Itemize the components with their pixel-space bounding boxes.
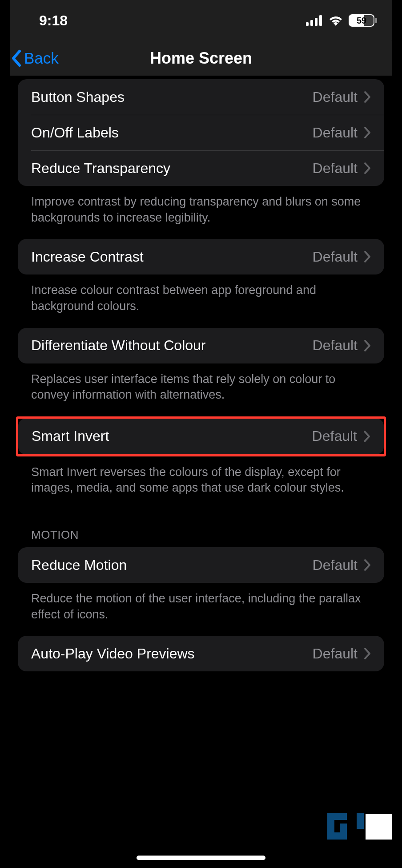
status-bar: 9:18 (10, 0, 392, 41)
settings-group-display: Button Shapes Default On/Off Labels Defa… (18, 79, 384, 186)
row-value: Default (313, 89, 358, 105)
group-footer: Improve contrast by reducing transparenc… (18, 186, 384, 239)
svg-rect-1 (310, 20, 313, 26)
row-value: Default (313, 646, 358, 662)
nav-bar: Back Home Screen (10, 41, 392, 76)
back-button[interactable]: Back (10, 41, 59, 76)
wifi-icon (328, 15, 343, 26)
group-footer: Replaces user interface items that rely … (18, 363, 384, 416)
chevron-right-icon (364, 126, 371, 139)
chevron-right-icon (364, 647, 371, 660)
svg-rect-4 (357, 813, 364, 829)
settings-group-autoplay: Auto-Play Video Previews Default (18, 636, 384, 671)
row-label: Reduce Motion (31, 557, 127, 573)
home-indicator[interactable] (137, 856, 265, 860)
row-value: Default (313, 125, 358, 141)
battery-indicator: 59 (349, 14, 377, 27)
row-label: Smart Invert (32, 428, 109, 444)
chevron-right-icon (364, 559, 371, 571)
cellular-signal-icon (306, 15, 323, 26)
highlight-box: Smart Invert Default (16, 416, 386, 456)
chevron-right-icon (364, 162, 371, 174)
row-value: Default (313, 337, 358, 354)
chevron-right-icon (363, 430, 370, 443)
svg-rect-3 (319, 15, 322, 26)
row-reduce-motion[interactable]: Reduce Motion Default (18, 547, 384, 583)
watermark-white-square (366, 814, 392, 840)
row-value: Default (313, 160, 358, 177)
settings-group-smart-invert: Smart Invert Default (18, 419, 384, 454)
svg-rect-0 (306, 22, 309, 26)
group-footer: Reduce the motion of the user interface,… (18, 583, 384, 636)
battery-percent: 59 (357, 16, 366, 26)
settings-group-motion: Reduce Motion Default (18, 547, 384, 583)
page-title: Home Screen (150, 49, 252, 68)
row-auto-play-video-previews[interactable]: Auto-Play Video Previews Default (18, 636, 384, 671)
row-differentiate-without-colour[interactable]: Differentiate Without Colour Default (18, 328, 384, 363)
watermark-logo-icon (327, 813, 365, 840)
row-reduce-transparency[interactable]: Reduce Transparency Default (18, 150, 384, 186)
row-button-shapes[interactable]: Button Shapes Default (18, 79, 384, 115)
chevron-left-icon (11, 49, 22, 67)
row-value: Default (313, 557, 358, 573)
group-footer: Smart Invert reverses the colours of the… (18, 456, 384, 509)
row-value: Default (312, 428, 357, 444)
row-smart-invert[interactable]: Smart Invert Default (18, 419, 384, 454)
settings-group-differentiate: Differentiate Without Colour Default (18, 328, 384, 363)
row-label: On/Off Labels (31, 125, 119, 141)
chevron-right-icon (364, 91, 371, 103)
row-value: Default (313, 249, 358, 265)
back-label: Back (24, 49, 59, 67)
chevron-right-icon (364, 339, 371, 352)
row-label: Reduce Transparency (31, 160, 170, 177)
row-label: Increase Contrast (31, 249, 144, 265)
row-on-off-labels[interactable]: On/Off Labels Default (18, 115, 384, 150)
chevron-right-icon (364, 250, 371, 263)
settings-group-contrast: Increase Contrast Default (18, 239, 384, 275)
row-label: Auto-Play Video Previews (31, 646, 195, 662)
group-footer: Increase colour contrast between app for… (18, 275, 384, 327)
watermark (325, 813, 392, 840)
status-time: 9:18 (39, 12, 68, 29)
row-increase-contrast[interactable]: Increase Contrast Default (18, 239, 384, 275)
section-header-motion: MOTION (18, 509, 384, 547)
row-label: Button Shapes (31, 89, 125, 105)
row-label: Differentiate Without Colour (31, 337, 205, 354)
svg-rect-2 (315, 18, 318, 26)
